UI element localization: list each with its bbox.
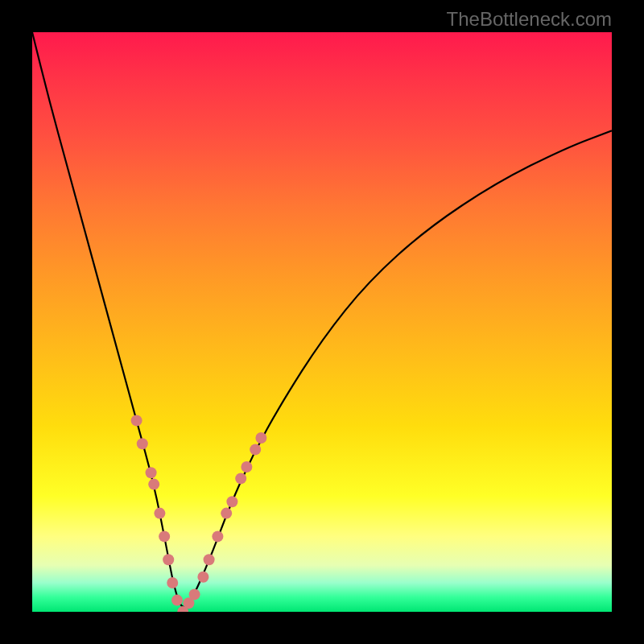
highlight-dot — [221, 508, 232, 519]
highlight-dot — [226, 496, 237, 507]
highlight-dot — [154, 508, 165, 519]
highlight-dot — [235, 473, 246, 484]
highlight-dot — [131, 415, 142, 426]
highlight-dot — [159, 530, 170, 542]
highlight-dot — [212, 530, 223, 542]
curve-overlay — [32, 32, 612, 612]
highlight-dot — [163, 554, 174, 565]
chart-container: TheBottleneck.com — [0, 0, 644, 644]
highlight-dot — [255, 432, 266, 444]
highlight-dot — [167, 577, 178, 588]
highlight-dot — [148, 479, 159, 490]
watermark-text: TheBottleneck.com — [447, 8, 612, 31]
highlight-dot — [241, 461, 252, 473]
highlight-dot — [250, 444, 261, 455]
highlight-dot — [204, 554, 215, 565]
highlight-dot — [137, 438, 148, 449]
highlight-dot — [189, 588, 200, 600]
plot-area — [32, 32, 612, 612]
highlight-dot — [146, 467, 157, 478]
highlight-dot — [171, 595, 183, 606]
bottleneck-curve — [32, 32, 612, 607]
highlight-dot — [197, 572, 208, 583]
